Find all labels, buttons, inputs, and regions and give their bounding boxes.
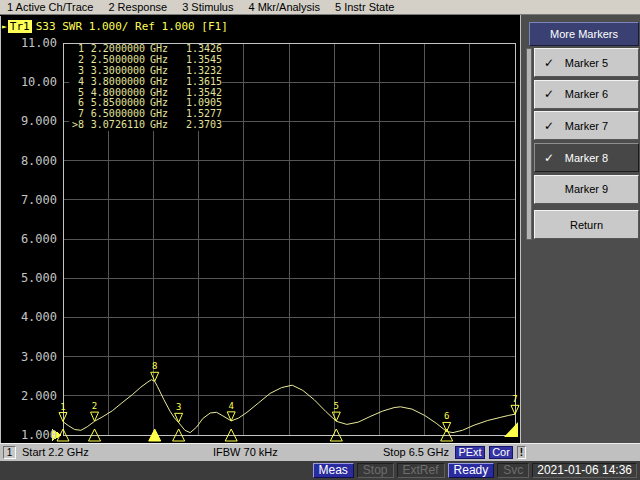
softkey-marker-8[interactable]: ✓Marker 8 [534,143,639,172]
marker-num: >8 [69,120,84,131]
menu-item-2[interactable]: 2 Response [108,1,167,13]
marker-freq: 3.8000000 [84,77,145,88]
marker-unit: GHz [150,120,168,131]
check-icon: ✓ [544,151,554,165]
analyzer-screen: 12345678 11.0010.009.0008.0007.0006.0005… [0,0,640,480]
menu-item-4[interactable]: 4 Mkr/Analysis [248,1,320,13]
channel-status-bar: 1 Start 2.2 GHz IFBW 70 kHz Stop 6.5 GHz… [0,443,640,461]
softkey-marker-9[interactable]: Marker 9 [534,175,639,204]
marker-unit: GHz [150,77,168,88]
y-tick-label: 3.000 [0,350,57,364]
softkey-marker-6[interactable]: ✓Marker 6 [534,80,639,109]
status-badge-svc: Svc [497,463,529,478]
marker-num: 4 [69,77,84,88]
y-tick-label: 1.000 [0,428,57,442]
y-tick-label: 10.00 [0,75,57,89]
check-icon: ✓ [544,56,554,70]
cor-status-badge: Cor [489,446,513,459]
active-trace-arrow-icon: ► [2,22,7,31]
softkey-sidebar: More Markers ✓Marker 5✓Marker 6✓Marker 7… [520,15,640,443]
datetime-display: 2021-01-06 14:36 [532,463,637,478]
y-tick-label: 7.000 [0,193,57,207]
menu-item-5[interactable]: 5 Instr State [335,1,394,13]
softkey-label: Marker 8 [565,152,608,164]
y-tick-label: 8.000 [0,154,57,168]
status-badge-stop: Stop [357,463,394,478]
softkey-marker-7[interactable]: ✓Marker 7 [534,111,639,140]
y-tick-label: 11.00 [0,36,57,50]
pext-status-badge: PExt [455,446,485,459]
softkey-label: Marker 9 [565,183,608,195]
check-icon: ✓ [544,87,554,101]
status-badge-extref: ExtRef [397,463,445,478]
y-tick-label: 4.000 [0,310,57,324]
system-status-bar: MeasStopExtRefReadySvc 2021-01-06 14:36 [0,461,640,480]
y-tick-label: 6.000 [0,232,57,246]
stop-frequency-label: Stop 6.5 GHz [383,446,449,458]
menu-bar: 1 Active Ch/Trace2 Response3 Stimulus4 M… [0,0,640,15]
menu-item-3[interactable]: 3 Stimulus [182,1,233,13]
y-tick-label: 9.000 [0,114,57,128]
marker-val: 2.3703 [180,120,222,131]
channel-number-badge: 1 [3,446,16,459]
trace-name-badge[interactable]: Tr1 [8,20,32,33]
marker-readout-table: 12.2000000GHz1.342622.5000000GHz1.354533… [69,44,222,131]
y-tick-label: 5.000 [0,271,57,285]
marker-table-row: 43.8000000GHz1.3615 [69,77,222,88]
menu-item-1[interactable]: 1 Active Ch/Trace [7,1,93,13]
marker-val: 1.3615 [180,77,222,88]
y-tick-label: 2.000 [0,389,57,403]
softkey-menu-title: More Markers [529,22,639,46]
system-status-items: MeasStopExtRefReadySvc [313,463,530,478]
softkey-label: Marker 6 [565,88,608,100]
status-badge-meas: Meas [313,463,354,478]
status-badge-ready: Ready [448,463,495,478]
marker-table-row: >83.0726110GHz2.3703 [69,120,222,131]
softkey-label: Marker 5 [565,57,608,69]
marker-freq: 3.0726110 [84,120,145,131]
softkey-scrollbar[interactable] [526,48,532,240]
softkey-marker-5[interactable]: ✓Marker 5 [534,48,639,77]
trace-header: ► Tr1 S33 SWR 1.000/ Ref 1.000 [F1] [2,20,228,33]
ifbw-label: IFBW 70 kHz [213,446,278,458]
trace-settings-text: S33 SWR 1.000/ Ref 1.000 [F1] [36,20,228,33]
start-frequency-label: Start 2.2 GHz [22,446,89,458]
softkey-label: Marker 7 [565,120,608,132]
alert-badge: ! [517,446,526,459]
return-button[interactable]: Return [534,210,639,239]
check-icon: ✓ [544,119,554,133]
